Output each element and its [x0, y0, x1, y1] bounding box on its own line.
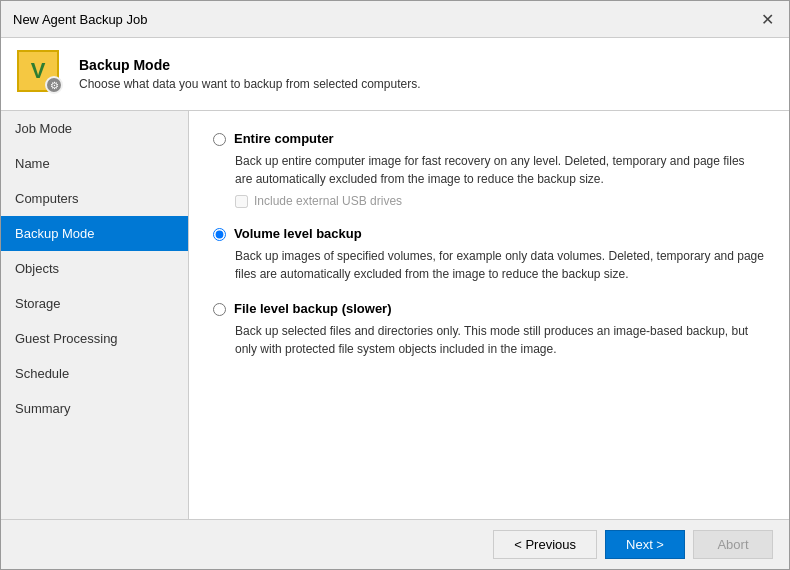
header-text: Backup Mode Choose what data you want to…: [79, 57, 421, 91]
sidebar-item-backup-mode[interactable]: Backup Mode: [1, 216, 188, 251]
sidebar-item-schedule[interactable]: Schedule: [1, 356, 188, 391]
next-button[interactable]: Next >: [605, 530, 685, 559]
dialog: New Agent Backup Job ✕ V ⚙ Backup Mode C…: [0, 0, 790, 570]
gear-icon: ⚙: [45, 76, 63, 94]
content-area: Job Mode Name Computers Backup Mode Obje…: [1, 111, 789, 519]
sidebar-item-name[interactable]: Name: [1, 146, 188, 181]
radio-entire-computer[interactable]: [213, 133, 226, 146]
volume-level-title[interactable]: Volume level backup: [234, 226, 362, 241]
close-button[interactable]: ✕: [757, 9, 777, 29]
radio-volume-level[interactable]: [213, 228, 226, 241]
volume-level-desc: Back up images of specified volumes, for…: [235, 247, 765, 283]
usb-checkbox-row: Include external USB drives: [235, 194, 765, 208]
sidebar-item-objects[interactable]: Objects: [1, 251, 188, 286]
sidebar-item-computers[interactable]: Computers: [1, 181, 188, 216]
entire-computer-title[interactable]: Entire computer: [234, 131, 334, 146]
option-entire-computer: Entire computer Back up entire computer …: [213, 131, 765, 208]
title-bar: New Agent Backup Job ✕: [1, 1, 789, 38]
include-usb-checkbox: [235, 195, 248, 208]
sidebar-item-job-mode[interactable]: Job Mode: [1, 111, 188, 146]
sidebar-item-guest-processing[interactable]: Guest Processing: [1, 321, 188, 356]
previous-button[interactable]: < Previous: [493, 530, 597, 559]
file-level-desc: Back up selected files and directories o…: [235, 322, 765, 358]
radio-entire-computer-row: Entire computer: [213, 131, 765, 146]
radio-file-level[interactable]: [213, 303, 226, 316]
sidebar: Job Mode Name Computers Backup Mode Obje…: [1, 111, 189, 519]
dialog-title: New Agent Backup Job: [13, 12, 147, 27]
entire-computer-desc: Back up entire computer image for fast r…: [235, 152, 765, 188]
backup-mode-icon: V ⚙: [17, 50, 65, 98]
option-volume-level: Volume level backup Back up images of sp…: [213, 226, 765, 283]
header-title: Backup Mode: [79, 57, 421, 73]
main-content: Entire computer Back up entire computer …: [189, 111, 789, 519]
sidebar-item-storage[interactable]: Storage: [1, 286, 188, 321]
file-level-title[interactable]: File level backup (slower): [234, 301, 392, 316]
usb-drives-label: Include external USB drives: [254, 194, 402, 208]
header-description: Choose what data you want to backup from…: [79, 77, 421, 91]
radio-file-level-row: File level backup (slower): [213, 301, 765, 316]
radio-volume-level-row: Volume level backup: [213, 226, 765, 241]
option-file-level: File level backup (slower) Back up selec…: [213, 301, 765, 358]
footer: < Previous Next > Abort: [1, 519, 789, 569]
abort-button[interactable]: Abort: [693, 530, 773, 559]
sidebar-item-summary[interactable]: Summary: [1, 391, 188, 426]
header-section: V ⚙ Backup Mode Choose what data you wan…: [1, 38, 789, 111]
